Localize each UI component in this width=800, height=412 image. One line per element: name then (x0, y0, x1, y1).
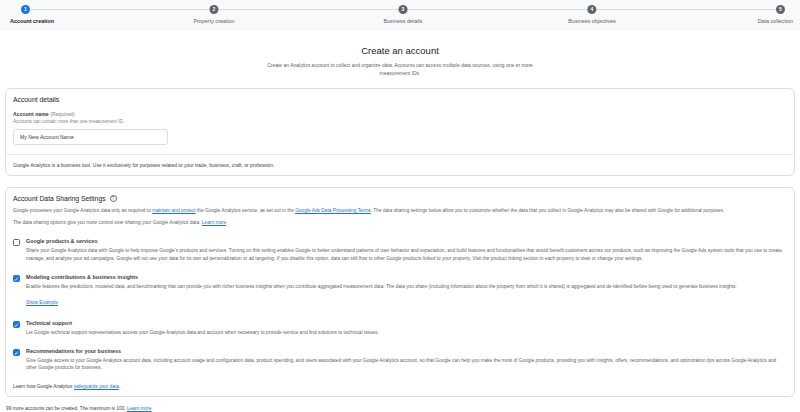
recommendations-checkbox[interactable] (13, 349, 20, 356)
modeling-description: Enable features like predictions, modele… (26, 283, 737, 290)
modeling-title: Modeling contributions & business insigh… (26, 274, 737, 280)
business-tool-note: Google Analytics is a business tool. Use… (13, 162, 787, 168)
account-name-input[interactable] (13, 129, 168, 145)
required-label: (Required) (49, 111, 75, 117)
step-3-circle: 3 (399, 5, 408, 14)
account-details-heading: Account details (13, 96, 787, 103)
safeguards-line: Learn how Google Analytics safeguards yo… (13, 384, 787, 389)
step-account-creation: 1 Account creation (10, 5, 54, 24)
step-2-label: Property creation (193, 18, 234, 24)
data-sharing-intro: Google processes your Google Analytics d… (13, 207, 787, 214)
technical-support-checkbox[interactable] (13, 321, 20, 328)
checkbox-row-technical-support: Technical support Let Google technical s… (13, 320, 787, 336)
data-sharing-card: Account Data Sharing Settings ? Google p… (5, 187, 795, 397)
modeling-checkbox[interactable] (13, 275, 20, 282)
safeguards-your-data-link[interactable]: safeguards your data (74, 384, 119, 389)
google-products-texts: Google products & services Share your Go… (26, 238, 787, 261)
setup-stepper: 1 Account creation 2 Property creation 3… (0, 0, 800, 30)
accounts-limit-text: 99 more accounts can be created. The max… (6, 406, 127, 411)
page-title: Create an account (0, 45, 800, 56)
options-text: The data sharing options give you more c… (13, 220, 202, 225)
step-business-objectives: 4 Business objectives (568, 5, 615, 24)
maintain-protect-link[interactable]: maintain and protect (152, 208, 195, 213)
technical-support-description: Let Google technical support representat… (26, 329, 379, 336)
step-2-circle: 2 (210, 5, 219, 14)
safeguards-text-1: Learn how Google Analytics (13, 384, 74, 389)
recommendations-title: Recommendations for your business (26, 348, 787, 354)
step-4-circle: 4 (588, 5, 597, 14)
step-business-details: 3 Business details (384, 5, 423, 24)
limit-learn-more-link[interactable]: Learn more (127, 406, 152, 411)
account-name-label: Account name (Required) (13, 111, 787, 117)
ads-data-processing-terms-link[interactable]: Google Ads Data Processing Terms (295, 208, 371, 213)
technical-support-title: Technical support (26, 320, 379, 326)
step-data-collection: 5 Data collection (758, 5, 793, 24)
intro-text-2: the Google Analytics service, as set out… (196, 208, 295, 213)
account-name-helper: Accounts can contain more than one measu… (13, 119, 787, 124)
google-products-checkbox[interactable] (13, 239, 20, 246)
google-products-title: Google products & services (26, 238, 787, 244)
recommendations-texts: Recommendations for your business Give G… (26, 348, 787, 371)
safeguards-text-2: . (119, 384, 120, 389)
technical-support-texts: Technical support Let Google technical s… (26, 320, 379, 336)
intro-text-1: Google processes your Google Analytics d… (13, 208, 152, 213)
options-learn-more-link[interactable]: Learn more (202, 220, 227, 225)
show-example-link[interactable]: Show Example (26, 300, 58, 305)
modeling-texts: Modeling contributions & business insigh… (26, 274, 737, 308)
step-5-label: Data collection (758, 18, 793, 24)
account-name-label-text: Account name (13, 111, 49, 117)
recommendations-description: Give Google access to your Google Analyt… (26, 357, 787, 371)
data-sharing-options-line: The data sharing options give you more c… (13, 219, 787, 226)
card-divider (6, 154, 794, 155)
step-property-creation: 2 Property creation (193, 5, 234, 24)
step-1-label: Account creation (10, 18, 54, 24)
intro-text-3: . The data sharing settings below allow … (371, 208, 725, 213)
account-details-card: Account details Account name (Required) … (5, 88, 795, 176)
data-sharing-heading-text: Account Data Sharing Settings (13, 195, 106, 202)
accounts-limit-line: 99 more accounts can be created. The max… (6, 406, 794, 411)
checkbox-row-modeling: Modeling contributions & business insigh… (13, 274, 787, 308)
page-subtitle: Create an Analytics account to collect a… (260, 62, 540, 77)
data-sharing-heading: Account Data Sharing Settings ? (13, 195, 787, 202)
google-products-description: Share your Google Analytics data with Go… (26, 247, 787, 261)
step-3-label: Business details (384, 18, 423, 24)
step-5-circle: 5 (776, 5, 785, 14)
step-1-circle: 1 (21, 5, 30, 14)
help-icon[interactable]: ? (110, 195, 117, 202)
step-4-label: Business objectives (568, 18, 615, 24)
checkbox-row-recommendations: Recommendations for your business Give G… (13, 348, 787, 371)
checkbox-row-google-products: Google products & services Share your Go… (13, 238, 787, 261)
